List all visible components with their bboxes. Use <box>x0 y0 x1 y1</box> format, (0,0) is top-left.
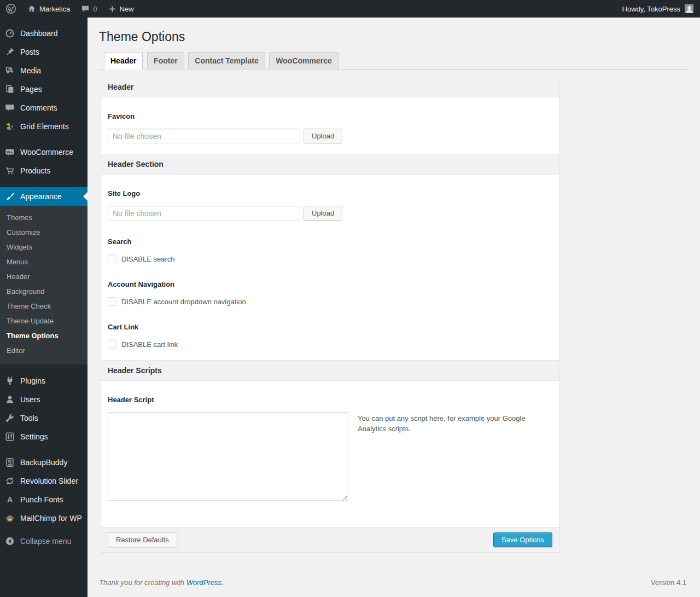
comments-count: 0 <box>93 5 97 13</box>
favicon-upload-button[interactable]: Upload <box>304 129 342 143</box>
sidebar-item-label: WooCommerce <box>20 148 73 157</box>
submenu-item-theme-check[interactable]: Theme Check <box>0 299 88 314</box>
disable-search-checkbox[interactable] <box>108 254 116 263</box>
admin-sidebar: Dashboard Posts Media Pages Comments <box>0 18 88 597</box>
disable-search-checkbox-label[interactable]: DISABLE search <box>121 255 175 263</box>
submenu-item-customize[interactable]: Customize <box>0 225 88 240</box>
sidebar-item-label: Punch Fonts <box>20 495 63 504</box>
dashboard-icon <box>4 28 15 39</box>
disable-cart-link-checkbox[interactable] <box>108 340 116 349</box>
disable-cart-link-checkbox-label[interactable]: DISABLE cart link <box>121 340 178 349</box>
wordpress-link[interactable]: WordPress. <box>186 578 224 587</box>
menu-separator <box>0 446 88 453</box>
disable-account-nav-checkbox[interactable] <box>108 297 116 306</box>
section-header-header-section: Header Section <box>101 154 559 175</box>
plugin-icon <box>4 375 15 386</box>
submenu-item-editor[interactable]: Editor <box>0 343 88 358</box>
comments-menu[interactable]: 0 <box>75 0 102 18</box>
sidebar-item-users[interactable]: Users <box>0 390 88 409</box>
sidebar-item-dashboard[interactable]: Dashboard <box>0 24 88 43</box>
sidebar-item-posts[interactable]: Posts <box>0 43 88 61</box>
sidebar-item-comments[interactable]: Comments <box>0 98 88 117</box>
submenu-item-theme-options[interactable]: Theme Options <box>0 328 88 343</box>
site-logo-upload-button[interactable]: Upload <box>304 206 342 221</box>
save-options-button[interactable]: Save Options <box>493 532 552 547</box>
new-label: New <box>120 5 134 13</box>
site-name-menu[interactable]: Marketica <box>22 0 75 18</box>
submenu-item-widgets[interactable]: Widgets <box>0 240 88 254</box>
submenu-item-background[interactable]: Background <box>0 284 88 299</box>
tab-footer[interactable]: Footer <box>147 52 184 69</box>
sidebar-item-label: Tools <box>20 414 38 422</box>
sidebar-item-mailchimp[interactable]: MailChimp for WP <box>0 509 88 528</box>
sidebar-item-label: Dashboard <box>20 29 58 38</box>
tab-header[interactable]: Header <box>104 52 143 69</box>
collapse-menu-button[interactable]: Collapse menu <box>0 532 88 550</box>
submenu-item-themes[interactable]: Themes <box>0 210 88 225</box>
favicon-file-input[interactable] <box>108 129 300 143</box>
sidebar-item-media[interactable]: Media <box>0 61 88 80</box>
letter-a-icon: A <box>4 494 15 505</box>
new-content-menu[interactable]: New <box>103 0 139 18</box>
sidebar-item-punch-fonts[interactable]: A Punch Fonts <box>0 490 88 509</box>
sidebar-item-settings[interactable]: Settings <box>0 427 88 446</box>
refresh-icon <box>4 476 15 486</box>
sidebar-item-label: Comments <box>20 103 57 112</box>
admin-bar: Marketica 0 New Howdy, TokoPress <box>0 0 700 18</box>
search-label: Search <box>108 237 552 246</box>
sidebar-item-plugins[interactable]: Plugins <box>0 372 88 390</box>
header-script-description: You can put any script here, for example… <box>358 412 527 434</box>
sidebar-item-woocommerce[interactable]: Woo WooCommerce <box>0 143 88 161</box>
sidebar-item-label: Posts <box>20 48 39 56</box>
avatar[interactable] <box>685 4 693 13</box>
mailchimp-monkey-icon <box>4 513 15 524</box>
wrench-icon <box>4 413 15 424</box>
sidebar-item-label: Users <box>20 395 40 404</box>
wordpress-logo-icon <box>5 3 16 14</box>
sidebar-item-tools[interactable]: Tools <box>0 409 88 427</box>
footer-thanks-text: Thank you for creating with WordPress. <box>99 578 224 587</box>
menu-separator <box>0 364 88 372</box>
sidebar-item-pages[interactable]: Pages <box>0 80 88 98</box>
user-icon <box>4 394 15 405</box>
sidebar-item-backupbuddy[interactable]: BackupBuddy <box>0 453 88 472</box>
site-logo-field: Site Logo Upload <box>108 189 552 221</box>
section-body-header-scripts: Header Script You can put any script her… <box>101 396 559 527</box>
collapse-menu-label: Collapse menu <box>20 537 71 546</box>
disable-account-nav-checkbox-label[interactable]: DISABLE account dropdown navigation <box>121 298 246 306</box>
footer-version: Version 4.1 <box>651 578 686 587</box>
grid-elements-icon <box>4 121 15 132</box>
tab-bar: Header Footer Contact Template WooCommer… <box>98 52 689 69</box>
sidebar-item-grid-elements[interactable]: Grid Elements <box>0 117 88 136</box>
tab-woocommerce[interactable]: WooCommerce <box>269 52 338 69</box>
site-logo-file-input[interactable] <box>108 206 300 221</box>
favicon-field: Favicon Upload <box>108 112 552 143</box>
header-script-textarea[interactable] <box>108 412 348 501</box>
section-header-header-scripts: Header Scripts <box>101 360 559 381</box>
restore-defaults-button[interactable]: Restore Defaults <box>108 532 177 547</box>
menu-separator <box>0 136 88 143</box>
sidebar-item-label: MailChimp for WP <box>20 514 82 523</box>
settings-icon <box>4 431 15 442</box>
main-content: Theme Options Header Footer Contact Temp… <box>88 18 700 597</box>
howdy-text[interactable]: Howdy, TokoPress <box>622 5 680 13</box>
menu-separator <box>0 180 88 187</box>
cart-link-field: Cart Link DISABLE cart link <box>108 323 552 360</box>
media-icon <box>4 65 15 76</box>
sidebar-item-revolution-slider[interactable]: Revolution Slider <box>0 472 88 490</box>
sidebar-item-appearance[interactable]: Appearance <box>0 187 88 206</box>
sidebar-item-products[interactable]: Products <box>0 161 88 180</box>
submenu-item-theme-update[interactable]: Theme Update <box>0 314 88 328</box>
submenu-item-menus[interactable]: Menus <box>0 254 88 269</box>
backup-drive-icon <box>4 457 15 468</box>
submenu-item-header[interactable]: Header <box>0 269 88 284</box>
cart-link-label: Cart Link <box>108 323 552 331</box>
wordpress-logo-menu[interactable] <box>0 0 22 18</box>
collapse-arrow-icon <box>4 536 15 547</box>
page-title: Theme Options <box>98 18 689 44</box>
sidebar-item-label: Settings <box>20 432 48 441</box>
tab-contact-template[interactable]: Contact Template <box>188 52 265 69</box>
section-header-header: Header <box>101 77 559 97</box>
sidebar-item-label: Plugins <box>20 376 45 385</box>
section-body-header-section: Site Logo Upload Search DISABLE search A… <box>101 189 559 360</box>
